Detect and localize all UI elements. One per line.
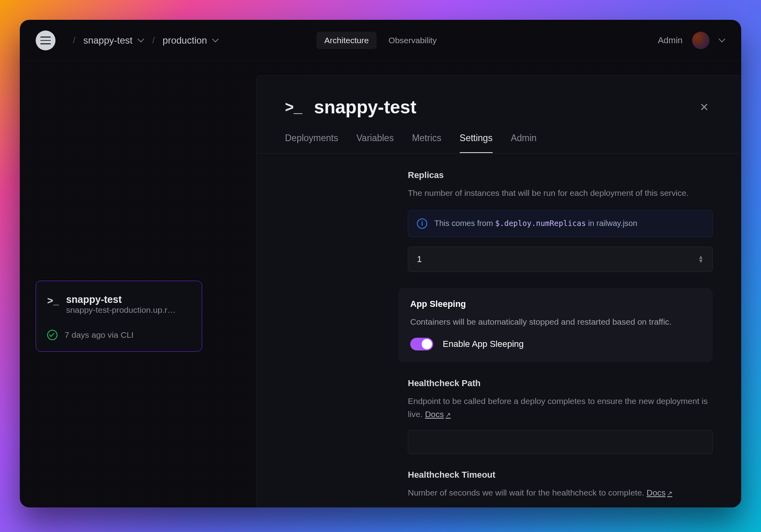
healthcheck-path-docs-link[interactable]: Docs↗ bbox=[425, 410, 451, 419]
section-healthcheck-path: Healthcheck Path Endpoint to be called b… bbox=[285, 378, 713, 454]
header: / snappy-test / production Architecture … bbox=[20, 20, 741, 61]
breadcrumb-environment-label: production bbox=[163, 35, 207, 46]
breadcrumb-separator: / bbox=[152, 35, 155, 46]
settings-panel: >_ snappy-test ✕ Deployments Variables M… bbox=[256, 75, 741, 507]
header-nav: Architecture Observability bbox=[316, 32, 444, 49]
panel-title: snappy-test bbox=[314, 96, 416, 118]
app-sleeping-toggle-row: Enable App Sleeping bbox=[410, 338, 701, 350]
replicas-desc: The number of instances that will be run… bbox=[408, 187, 713, 200]
logo-icon[interactable] bbox=[36, 31, 55, 50]
chevron-down-icon[interactable] bbox=[719, 37, 725, 44]
header-right: Admin bbox=[658, 32, 725, 49]
app-sleeping-title: App Sleeping bbox=[410, 299, 701, 309]
external-link-icon: ↗ bbox=[446, 411, 451, 418]
admin-link[interactable]: Admin bbox=[658, 35, 683, 46]
avatar[interactable] bbox=[692, 32, 709, 49]
section-healthcheck-timeout: Healthcheck Timeout Number of seconds we… bbox=[285, 470, 713, 499]
stepper-icon[interactable]: ▲▼ bbox=[698, 255, 704, 263]
tab-admin[interactable]: Admin bbox=[511, 133, 537, 153]
check-circle-icon bbox=[47, 330, 57, 340]
tab-metrics[interactable]: Metrics bbox=[412, 133, 441, 153]
replicas-value: 1 bbox=[417, 254, 422, 264]
tab-settings[interactable]: Settings bbox=[460, 133, 493, 153]
chevron-down-icon bbox=[138, 37, 144, 44]
breadcrumb-project[interactable]: snappy-test bbox=[83, 35, 144, 46]
replicas-input[interactable]: 1 ▲▼ bbox=[408, 247, 713, 272]
external-link-icon: ↗ bbox=[667, 490, 672, 497]
info-code: $.deploy.numReplicas bbox=[495, 219, 586, 228]
panel-header: >_ snappy-test ✕ bbox=[256, 76, 741, 118]
terminal-icon: >_ bbox=[47, 295, 59, 307]
healthcheck-path-title: Healthcheck Path bbox=[408, 378, 713, 388]
service-status: 7 days ago via CLI bbox=[65, 330, 134, 340]
panel-tabs: Deployments Variables Metrics Settings A… bbox=[256, 118, 741, 153]
app-sleeping-toggle-label: Enable App Sleeping bbox=[443, 339, 524, 349]
docs-label: Docs bbox=[646, 488, 665, 497]
breadcrumb-environment[interactable]: production bbox=[163, 35, 219, 46]
terminal-icon: >_ bbox=[285, 99, 302, 116]
healthcheck-timeout-desc-text: Number of seconds we will wait for the h… bbox=[408, 488, 646, 497]
breadcrumb-separator: / bbox=[73, 35, 75, 46]
service-name: snappy-test bbox=[66, 294, 176, 305]
info-icon: i bbox=[417, 218, 427, 229]
app-sleeping-toggle[interactable] bbox=[410, 338, 433, 350]
tab-deployments[interactable]: Deployments bbox=[285, 133, 338, 153]
healthcheck-timeout-docs-link[interactable]: Docs↗ bbox=[646, 488, 672, 497]
replicas-title: Replicas bbox=[408, 170, 713, 180]
nav-architecture[interactable]: Architecture bbox=[316, 32, 377, 49]
service-card-header: >_ snappy-test snappy-test-production.up… bbox=[47, 294, 191, 315]
healthcheck-path-input[interactable] bbox=[408, 430, 713, 454]
chevron-down-icon bbox=[212, 37, 219, 44]
info-post: in railway.json bbox=[586, 219, 637, 228]
app-window: / snappy-test / production Architecture … bbox=[20, 20, 741, 507]
healthcheck-timeout-title: Healthcheck Timeout bbox=[408, 470, 713, 480]
tab-variables[interactable]: Variables bbox=[356, 133, 394, 153]
healthcheck-path-desc: Endpoint to be called before a deploy co… bbox=[408, 395, 713, 421]
app-sleeping-desc: Containers will be automatically stopped… bbox=[410, 316, 701, 329]
service-url: snappy-test-production.up.r… bbox=[66, 305, 176, 315]
service-card[interactable]: >_ snappy-test snappy-test-production.up… bbox=[36, 281, 202, 352]
replicas-info-box: i This comes from $.deploy.numReplicas i… bbox=[408, 210, 713, 237]
breadcrumb-project-label: snappy-test bbox=[83, 35, 132, 46]
replicas-info-text: This comes from $.deploy.numReplicas in … bbox=[434, 219, 637, 228]
healthcheck-path-desc-text: Endpoint to be called before a deploy co… bbox=[408, 396, 707, 419]
close-icon[interactable]: ✕ bbox=[700, 101, 713, 114]
service-card-footer: 7 days ago via CLI bbox=[47, 330, 191, 340]
main-area: >_ snappy-test snappy-test-production.up… bbox=[20, 61, 741, 507]
nav-observability[interactable]: Observability bbox=[380, 32, 444, 49]
panel-content: Replicas The number of instances that wi… bbox=[256, 153, 741, 507]
healthcheck-timeout-desc: Number of seconds we will wait for the h… bbox=[408, 486, 713, 499]
info-pre: This comes from bbox=[434, 219, 495, 228]
canvas-sidebar: >_ snappy-test snappy-test-production.up… bbox=[20, 61, 256, 507]
section-app-sleeping: App Sleeping Containers will be automati… bbox=[398, 288, 713, 363]
docs-label: Docs bbox=[425, 410, 444, 419]
section-replicas: Replicas The number of instances that wi… bbox=[285, 170, 713, 272]
